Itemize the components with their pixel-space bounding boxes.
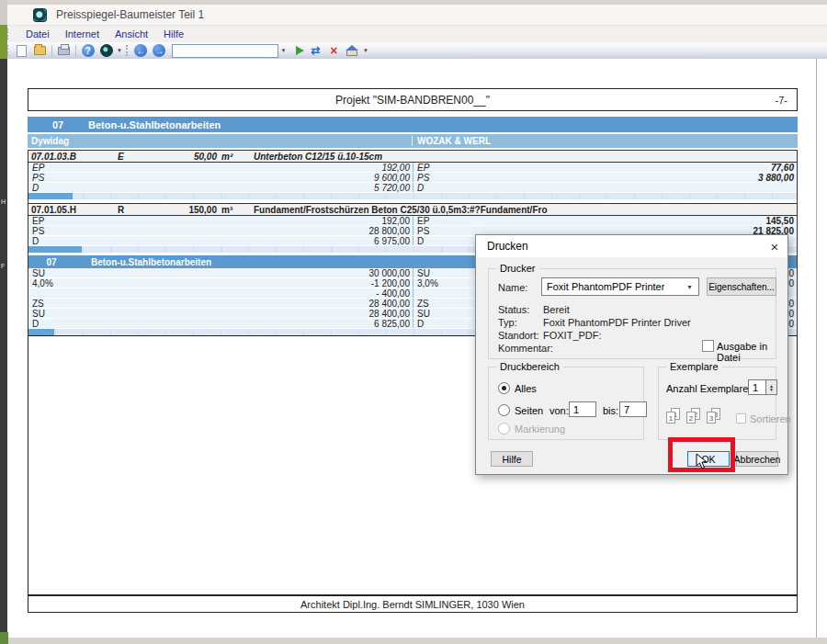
row-label: SU	[414, 268, 430, 277]
copies-group: Exemplare Anzahl Exemplare: ▲▼ 1 1 2 2 3…	[658, 367, 776, 440]
collate-page: 2	[686, 412, 696, 424]
background-window-strip: H F	[0, 0, 7, 638]
address-dropdown-icon[interactable]: ▼	[278, 44, 289, 58]
row-value	[794, 183, 797, 192]
left-bidder-cell: ZS 28 400,00	[28, 299, 413, 308]
summary-code: 07	[38, 257, 65, 267]
printer-group-label: Drucker	[496, 263, 539, 274]
left-bidder-cell: EP 192,00	[28, 216, 413, 225]
row-label: ZS	[28, 299, 44, 308]
row-value: 192,00	[381, 216, 413, 225]
back-icon[interactable]: ←	[134, 44, 148, 57]
toolbar-grip-handle[interactable]	[126, 45, 130, 57]
strip-letter: H	[1, 198, 6, 205]
menu-hilfe[interactable]: Hilfe	[164, 28, 184, 40]
toolbar-overflow-icon[interactable]: ▼	[117, 48, 122, 53]
row-value: -1 200,00	[371, 278, 413, 288]
range-selection-label: Markierung	[515, 424, 565, 435]
menu-internet[interactable]: Internet	[65, 28, 99, 40]
copies-count-input[interactable]	[748, 379, 766, 395]
row-label	[28, 288, 32, 298]
item-unit: m²	[217, 152, 244, 162]
address-input[interactable]	[172, 44, 278, 58]
stop-icon[interactable]: ×	[327, 44, 341, 57]
pages-from-label: von:	[549, 405, 569, 416]
window-title: Preisspiegel-Baumeister Teil 1	[56, 8, 204, 21]
collate-page: 1	[666, 412, 675, 424]
range-pages-radio[interactable]	[498, 404, 510, 416]
copies-count-label: Anzahl Exemplare:	[666, 383, 751, 394]
row-value: 28 800,00	[369, 226, 414, 235]
menu-bar: Datei Internet Ansicht Hilfe	[3, 26, 827, 42]
home-icon[interactable]	[346, 44, 359, 57]
go-icon[interactable]	[296, 46, 304, 55]
row-label: 3,0%	[414, 278, 438, 288]
row-label: EP	[28, 216, 44, 225]
collate-pages-icon: 1 1 2 2 3 3	[666, 404, 731, 428]
item-description: Unterbeton C12/15 ü.10-15cm	[244, 152, 797, 162]
help-button[interactable]: Hilfe	[491, 451, 533, 467]
dialog-title-bar[interactable]: Drucken ×	[476, 235, 787, 257]
right-bidder-cell: PS 3 880,00	[413, 173, 797, 182]
location-label: Standort:	[498, 330, 539, 341]
collate-page: 3	[707, 412, 716, 424]
row-value: 3 880,00	[758, 173, 797, 182]
type-label: Typ:	[498, 317, 517, 328]
toolbar-separator	[51, 45, 52, 57]
collate-checkbox	[736, 413, 746, 424]
row-value: 6 825,00	[374, 319, 413, 328]
project-title: Projekt "SIM-BANDBREN00__"	[335, 94, 490, 107]
printer-name-select[interactable]: Foxit PhantomPDF Printer ▼	[541, 277, 699, 296]
price-bar	[28, 193, 73, 199]
section-band: 07 Beton-u.Stahlbetonarbeiten	[28, 117, 798, 132]
pages-from-input[interactable]	[569, 401, 596, 417]
toolbar: ? ▼ ← → ▼ ⇄ × ▼	[3, 42, 827, 59]
row-value: 145,50	[765, 216, 797, 225]
section-code: 07	[42, 119, 74, 130]
print-icon[interactable]	[57, 44, 71, 57]
toolbar-separator	[75, 45, 76, 57]
status-label: Status:	[498, 304, 529, 315]
menu-datei[interactable]: Datei	[26, 28, 50, 40]
title-bar: Preisspiegel-Baumeister Teil 1	[3, 5, 827, 26]
row-value	[794, 288, 797, 298]
app-window: Preisspiegel-Baumeister Teil 1 Datei Int…	[0, 0, 827, 644]
menu-ansicht[interactable]: Ansicht	[115, 28, 148, 40]
mouse-cursor	[696, 453, 708, 471]
status-value: Bereit	[543, 304, 570, 315]
item-code: 07.01.05.H	[28, 205, 118, 215]
item-unit: m³	[217, 205, 244, 215]
bidder-band: Dywidag WOZAK & WERL	[28, 134, 798, 148]
left-bidder-cell: D 6 825,00	[28, 319, 413, 328]
item-header-row: 07.01.03.B E 50,00 m² Unterbeton C12/15 …	[28, 150, 797, 163]
cancel-button[interactable]: Abbrechen	[736, 451, 778, 467]
row-value: - 400,00	[376, 288, 413, 298]
left-bidder-cell: 4,0% -1 200,00	[28, 278, 413, 288]
print-dialog: Drucken × Drucker Name: Foxit PhantomPDF…	[475, 234, 788, 475]
help-icon[interactable]: ?	[81, 44, 95, 57]
row-value: 77,60	[771, 163, 797, 172]
print-to-file-checkbox[interactable]	[702, 340, 714, 352]
close-icon[interactable]: ×	[762, 235, 787, 257]
copies-stepper[interactable]: ▲▼	[766, 379, 777, 395]
forward-icon[interactable]: →	[153, 44, 166, 57]
page-number: -7-	[776, 95, 787, 106]
new-document-icon[interactable]	[15, 44, 28, 57]
row-label	[414, 288, 417, 298]
row-label: D	[28, 319, 39, 328]
row-value: 9 600,00	[374, 173, 413, 182]
open-folder-icon[interactable]	[33, 44, 47, 57]
properties-button[interactable]: Eigenschaften...	[707, 277, 776, 296]
toolbar-overflow-icon[interactable]: ▼	[363, 48, 368, 53]
left-bidder-cell: EP 192,00	[28, 163, 413, 172]
row-label: EP	[414, 163, 429, 172]
refresh-icon[interactable]: ⇄	[309, 44, 323, 57]
architect-footer-text: Architekt Dipl.Ing. Berndt SIMLINGER, 10…	[300, 599, 525, 610]
table-row: PS 9 600,00 PS 3 880,00	[28, 173, 797, 183]
right-bidder-cell: D	[413, 183, 797, 192]
row-label: PS	[28, 226, 44, 235]
range-all-radio[interactable]	[498, 382, 510, 394]
doc-page-header: Projekt "SIM-BANDBREN00__" -7-	[28, 88, 798, 111]
pages-to-input[interactable]	[619, 401, 647, 417]
app-logo-icon[interactable]	[99, 44, 113, 57]
